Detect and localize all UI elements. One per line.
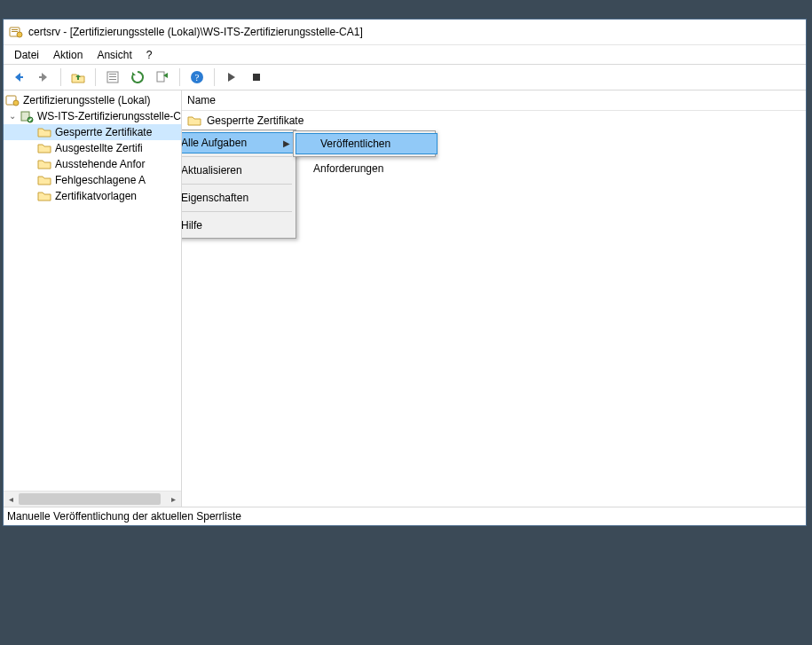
tree-revoked-certs[interactable]: Gesperrte Zertifikate (4, 124, 181, 140)
tree-failed-requests[interactable]: Fehlgeschlagene A (4, 172, 181, 188)
ctx-all-tasks-label: Alle Aufgaben (182, 137, 247, 149)
toolbar-separator (60, 68, 61, 86)
context-menu-separator (182, 184, 292, 185)
titlebar: certsrv - [Zertifizierungsstelle (Lokal)… (4, 20, 806, 45)
column-header-name[interactable]: Name (187, 94, 216, 106)
play-icon (225, 70, 239, 84)
svg-rect-13 (253, 74, 260, 81)
certsrv-root-icon (5, 93, 20, 107)
toolbar-refresh-button[interactable] (126, 66, 149, 89)
refresh-icon (130, 70, 145, 84)
tree-revoked-label: Gesperrte Zertifikate (55, 126, 152, 138)
toolbar-up-button[interactable] (67, 66, 90, 89)
stop-icon (249, 70, 264, 84)
content-area: Zertifizierungsstelle (Lokal) ⌄ WS-ITS-Z… (4, 90, 806, 507)
ctx-help-label: Hilfe (182, 219, 202, 232)
ctx-refresh-label: Aktualisieren (182, 164, 242, 177)
svg-rect-1 (12, 29, 18, 30)
ctx-publish-label: Veröffentlichen (320, 138, 390, 150)
svg-text:?: ? (195, 72, 200, 83)
submenu-arrow-icon: ▶ (283, 138, 290, 148)
arrow-left-icon (12, 70, 26, 84)
tree-root[interactable]: Zertifizierungsstelle (Lokal) (4, 92, 181, 108)
folder-icon (37, 157, 51, 171)
context-menu-separator (182, 156, 292, 157)
svg-rect-5 (39, 76, 44, 78)
tree-expander-icon[interactable]: ⌄ (9, 112, 16, 121)
toolbar-properties-button[interactable] (101, 66, 124, 89)
tree-pane: Zertifizierungsstelle (Lokal) ⌄ WS-ITS-Z… (4, 90, 182, 507)
scroll-thumb[interactable] (19, 493, 161, 505)
menu-action[interactable]: Aktion (46, 47, 90, 63)
toolbar-help-button[interactable]: ? (185, 66, 209, 89)
tree-view[interactable]: Zertifizierungsstelle (Lokal) ⌄ WS-ITS-Z… (4, 90, 181, 491)
list-item[interactable]: Gesperrte Zertifikate (182, 113, 806, 129)
svg-point-3 (17, 32, 22, 37)
svg-rect-9 (109, 79, 116, 80)
app-window: certsrv - [Zertifizierungsstelle (Lokal)… (3, 19, 807, 526)
ctx-publish[interactable]: Veröffentlichen (296, 133, 438, 154)
menubar: Datei Aktion Ansicht ? (4, 45, 806, 65)
scroll-left-button[interactable]: ◂ (4, 492, 19, 506)
svg-rect-7 (109, 74, 116, 75)
folder-icon (187, 114, 201, 128)
svg-rect-10 (157, 72, 164, 82)
folder-icon (37, 125, 51, 139)
ctx-properties-label: Eigenschaften (182, 192, 248, 204)
list-pane: Name Gesperrte Zertifikate (182, 90, 806, 507)
toolbar-separator (179, 68, 180, 86)
toolbar: ? (4, 65, 806, 90)
ctx-all-tasks[interactable]: Alle Aufgaben ▶ (182, 132, 298, 153)
folder-icon (37, 141, 51, 155)
menu-view[interactable]: Ansicht (90, 47, 138, 63)
tree-templates-label: Zertifikatvorlagen (55, 190, 137, 202)
folder-up-icon (71, 70, 85, 84)
window-title: certsrv - [Zertifizierungsstelle (Lokal)… (28, 26, 363, 38)
menu-help[interactable]: ? (139, 47, 160, 63)
tree-root-label: Zertifizierungsstelle (Lokal) (23, 94, 150, 106)
toolbar-separator (95, 68, 96, 86)
toolbar-stop-button[interactable] (245, 66, 268, 89)
toolbar-back-button[interactable] (7, 66, 30, 89)
list-view[interactable]: Gesperrte Zertifikate Anforderungen All (182, 111, 806, 507)
svg-rect-8 (109, 76, 116, 77)
tree-issued-label: Ausgestellte Zertifi (55, 142, 143, 154)
export-list-icon (155, 70, 169, 84)
status-text: Manuelle Veröffentlichung der aktuellen … (7, 510, 241, 523)
tree-pending-requests[interactable]: Ausstehende Anfor (4, 156, 181, 172)
ctx-refresh[interactable]: Aktualisieren (182, 160, 298, 181)
toolbar-separator (214, 68, 215, 86)
svg-rect-4 (18, 76, 23, 78)
scroll-right-button[interactable]: ▸ (166, 492, 181, 506)
toolbar-export-button[interactable] (151, 66, 174, 89)
toolbar-forward-button[interactable] (32, 66, 55, 89)
folder-icon (37, 189, 51, 203)
tree-failed-label: Fehlgeschlagene A (55, 174, 146, 186)
svg-point-15 (13, 100, 19, 106)
ca-server-icon (20, 109, 34, 123)
tree-issued-certs[interactable]: Ausgestellte Zertifi (4, 140, 181, 156)
list-item-label: Gesperrte Zertifikate (207, 114, 304, 127)
help-icon: ? (190, 70, 204, 84)
ctx-help[interactable]: Hilfe (182, 215, 298, 236)
tree-hscrollbar[interactable]: ◂ ▸ (4, 491, 181, 507)
arrow-right-icon (36, 70, 51, 84)
list-header[interactable]: Name (182, 90, 806, 111)
svg-rect-2 (12, 31, 18, 32)
certsrv-app-icon (9, 25, 23, 39)
ctx-properties[interactable]: Eigenschaften (182, 187, 298, 208)
context-submenu: Veröffentlichen (293, 130, 436, 157)
tree-ca-label: WS-ITS-Zertifizierungsstelle-C (37, 110, 181, 122)
context-menu-separator (182, 211, 292, 212)
scroll-track[interactable] (19, 492, 166, 506)
tree-pending-label: Ausstehende Anfor (55, 158, 145, 170)
context-menu: Alle Aufgaben ▶ Aktualisieren Eigenschaf… (182, 130, 296, 239)
folder-icon (37, 173, 51, 187)
list-item-label-fragment: Anforderungen (313, 162, 383, 175)
tree-cert-templates[interactable]: Zertifikatvorlagen (4, 188, 181, 204)
menu-file[interactable]: Datei (7, 47, 46, 63)
tree-ca-node[interactable]: ⌄ WS-ITS-Zertifizierungsstelle-C (4, 108, 181, 124)
properties-icon (106, 70, 120, 84)
toolbar-start-button[interactable] (220, 66, 243, 89)
statusbar: Manuelle Veröffentlichung der aktuellen … (4, 507, 806, 525)
